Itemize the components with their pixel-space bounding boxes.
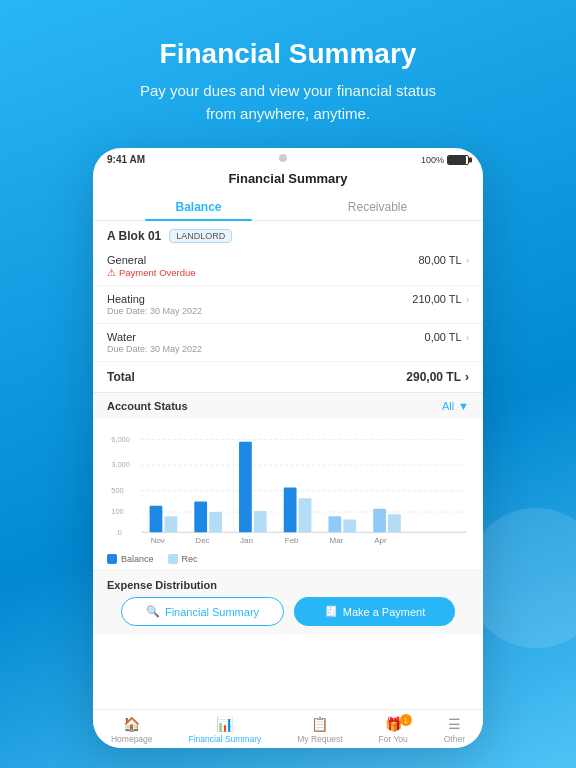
payment-icon: 🧾 xyxy=(324,605,338,618)
search-icon: 🔍 xyxy=(146,605,160,618)
status-bar: 9:41 AM 100% xyxy=(93,148,483,167)
tabs-container: Balance Receivable xyxy=(93,194,483,221)
block-section: A Blok 01 LANDLORD xyxy=(93,221,483,247)
menu-icon: ☰ xyxy=(448,716,461,732)
nav-label-request: My Request xyxy=(297,734,342,744)
bar-apr-balance xyxy=(373,509,386,532)
hero-title: Financial Summary xyxy=(40,38,536,70)
hero-subtitle: Pay your dues and view your financial st… xyxy=(40,80,536,125)
chevron-icon-water: › xyxy=(466,332,469,343)
bar-jan-rec xyxy=(254,511,267,532)
nav-for-you[interactable]: 🎁 1 For You xyxy=(378,716,407,744)
account-status-header: Account Status All ▼ xyxy=(93,393,483,419)
total-row: Total 290,00 TL › xyxy=(93,362,483,393)
nav-homepage[interactable]: 🏠 Homepage xyxy=(111,716,153,744)
clipboard-icon: 📋 xyxy=(311,716,328,732)
bar-dec-rec xyxy=(209,512,222,532)
chevron-icon: › xyxy=(466,255,469,266)
bar-nov-balance xyxy=(150,506,163,533)
screen-title: Financial Summary xyxy=(93,167,483,194)
svg-text:Nov: Nov xyxy=(151,536,165,545)
bar-apr-rec xyxy=(388,514,401,532)
item-due-heating: Due Date: 30 May 2022 xyxy=(107,306,202,316)
hero-section: Financial Summary Pay your dues and view… xyxy=(0,0,576,143)
bar-jan-balance xyxy=(239,442,252,532)
item-row-heating[interactable]: Heating Due Date: 30 May 2022 210,00 TL … xyxy=(93,286,483,324)
battery-fill xyxy=(448,156,466,164)
bar-feb-balance xyxy=(284,488,297,533)
account-status-title: Account Status xyxy=(107,400,188,412)
chart-legend: Balance Rec xyxy=(93,554,483,570)
item-due-water: Due Date: 30 May 2022 xyxy=(107,344,202,354)
svg-text:0: 0 xyxy=(118,528,122,537)
total-chevron-icon: › xyxy=(465,370,469,384)
battery-bar xyxy=(447,155,469,165)
expense-section: Expense Distribution 🔍 Financial Summary… xyxy=(93,570,483,634)
battery: 100% xyxy=(421,155,469,165)
svg-text:Dec: Dec xyxy=(195,536,209,545)
svg-text:Jan: Jan xyxy=(240,536,253,545)
block-label: A Blok 01 xyxy=(107,229,161,243)
nav-label-other: Other xyxy=(444,734,465,744)
item-left-heating: Heating Due Date: 30 May 2022 xyxy=(107,293,202,316)
item-left-general: General ⚠ Payment Overdue xyxy=(107,254,196,278)
nav-label-foryou: For You xyxy=(378,734,407,744)
svg-text:500: 500 xyxy=(111,486,123,495)
notch xyxy=(279,154,287,162)
svg-text:Feb: Feb xyxy=(285,536,299,545)
phone-mockup: 9:41 AM 100% Financial Summary Balance R… xyxy=(93,148,483,748)
item-left-water: Water Due Date: 30 May 2022 xyxy=(107,331,202,354)
item-row-water[interactable]: Water Due Date: 30 May 2022 0,00 TL › xyxy=(93,324,483,362)
bar-mar-balance xyxy=(328,516,341,532)
filter-button[interactable]: All ▼ xyxy=(442,400,469,412)
nav-my-request[interactable]: 📋 My Request xyxy=(297,716,342,744)
bar-feb-rec xyxy=(299,498,312,532)
legend-label-balance: Balance xyxy=(121,554,154,564)
item-right-water: 0,00 TL › xyxy=(425,331,469,343)
block-badge: LANDLORD xyxy=(169,229,232,243)
bottom-buttons: 🔍 Financial Summary 🧾 Make a Payment xyxy=(107,597,469,626)
nav-label-homepage: Homepage xyxy=(111,734,153,744)
legend-dot-balance xyxy=(107,554,117,564)
legend-label-rec: Rec xyxy=(182,554,198,564)
expense-title: Expense Distribution xyxy=(107,579,469,591)
legend-rec: Rec xyxy=(168,554,198,564)
bar-chart: 6,000 3,000 500 100 0 xyxy=(107,429,469,546)
bar-nov-rec xyxy=(165,516,178,532)
tab-receivable[interactable]: Receivable xyxy=(288,194,467,220)
for-you-badge: 1 xyxy=(400,714,412,726)
legend-dot-rec xyxy=(168,554,178,564)
svg-text:6,000: 6,000 xyxy=(111,435,130,444)
total-amount: 290,00 TL › xyxy=(406,370,469,384)
item-right-general: 80,00 TL › xyxy=(418,254,469,266)
make-payment-button[interactable]: 🧾 Make a Payment xyxy=(294,597,455,626)
item-name-water: Water xyxy=(107,331,202,343)
item-row-general[interactable]: General ⚠ Payment Overdue 80,00 TL › xyxy=(93,247,483,286)
legend-balance: Balance xyxy=(107,554,154,564)
filter-icon: ▼ xyxy=(458,400,469,412)
svg-text:100: 100 xyxy=(111,507,123,516)
home-icon: 🏠 xyxy=(123,716,140,732)
chart-area: 6,000 3,000 500 100 0 xyxy=(93,419,483,554)
item-right-heating: 210,00 TL › xyxy=(412,293,469,305)
nav-financial-summary[interactable]: 📊 Financial Summary xyxy=(189,716,262,744)
financial-summary-button[interactable]: 🔍 Financial Summary xyxy=(121,597,284,626)
battery-percent: 100% xyxy=(421,155,444,165)
bar-mar-rec xyxy=(343,519,356,532)
chart-icon: 📊 xyxy=(216,716,233,732)
svg-text:Mar: Mar xyxy=(330,536,344,545)
nav-label-financial: Financial Summary xyxy=(189,734,262,744)
status-time: 9:41 AM xyxy=(107,154,145,165)
svg-text:3,000: 3,000 xyxy=(111,460,130,469)
total-label: Total xyxy=(107,370,135,384)
nav-other[interactable]: ☰ Other xyxy=(444,716,465,744)
item-name-heating: Heating xyxy=(107,293,202,305)
screen-content: Financial Summary Balance Receivable A B… xyxy=(93,167,483,717)
tab-balance[interactable]: Balance xyxy=(109,194,288,220)
bottom-nav: 🏠 Homepage 📊 Financial Summary 📋 My Requ… xyxy=(93,709,483,748)
chevron-icon-heating: › xyxy=(466,294,469,305)
item-status-general: ⚠ Payment Overdue xyxy=(107,267,196,278)
warning-icon: ⚠ xyxy=(107,267,116,278)
svg-text:Apr: Apr xyxy=(374,536,387,545)
bar-dec-balance xyxy=(194,501,207,532)
